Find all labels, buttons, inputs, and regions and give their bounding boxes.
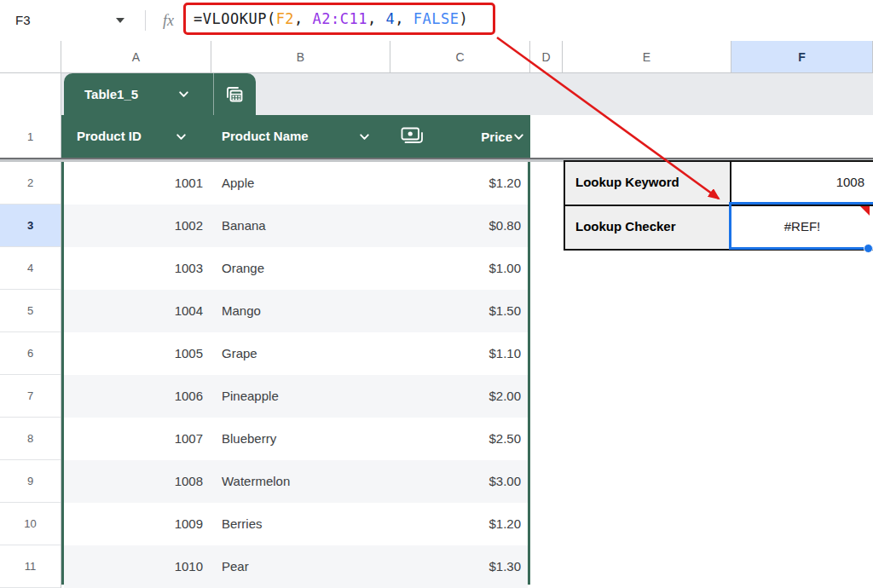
column-product-id-label: Product ID bbox=[77, 115, 142, 158]
cell-id[interactable]: 1001 bbox=[64, 162, 211, 205]
table-row: 1004Mango$1.50 bbox=[64, 290, 528, 332]
cell-price[interactable]: $3.00 bbox=[390, 460, 528, 503]
table-tab[interactable]: Table1_5 bbox=[64, 73, 256, 115]
row-header-5[interactable]: 5 bbox=[0, 290, 61, 332]
row-header-1[interactable]: 1 bbox=[0, 115, 61, 158]
table-row: 1006Pineapple$2.00 bbox=[64, 375, 528, 418]
formula-token: F2 bbox=[276, 10, 294, 27]
column-header-row: ABCDEF bbox=[0, 41, 873, 73]
cell-id[interactable]: 1009 bbox=[64, 503, 211, 545]
cell-name[interactable]: Orange bbox=[211, 247, 390, 290]
cell-name[interactable]: Grape bbox=[211, 332, 390, 375]
cell-name[interactable]: Pineapple bbox=[211, 375, 390, 418]
column-header-F[interactable]: F bbox=[731, 41, 873, 72]
lookup-value[interactable]: 1008 bbox=[731, 162, 873, 205]
fx-icon: fx bbox=[163, 0, 174, 41]
column-header-B[interactable]: B bbox=[211, 41, 390, 72]
tab-strip-left-gutter bbox=[0, 73, 61, 115]
column-header-A[interactable]: A bbox=[61, 41, 211, 72]
column-price-group: Price bbox=[481, 115, 525, 158]
column-header-C[interactable]: C bbox=[390, 41, 530, 72]
row-header-8[interactable]: 8 bbox=[0, 418, 61, 460]
formula-token: , bbox=[395, 10, 413, 27]
formula-input[interactable]: =VLOOKUP(F2, A2:C11, 4, FALSE) bbox=[194, 5, 468, 32]
chevron-down-icon[interactable] bbox=[512, 130, 525, 143]
name-box-dropdown-icon[interactable] bbox=[116, 18, 124, 23]
fill-handle[interactable] bbox=[864, 244, 873, 253]
row-header-3[interactable]: 3 bbox=[0, 205, 61, 247]
lookup-value[interactable]: #REF! bbox=[731, 206, 873, 249]
column-header-D[interactable]: D bbox=[530, 41, 563, 72]
formula-token: FALSE bbox=[413, 10, 460, 27]
cell-name[interactable]: Banana bbox=[211, 205, 390, 247]
cell-id[interactable]: 1002 bbox=[64, 205, 211, 247]
table-row: 1007Blueberry$2.50 bbox=[64, 418, 528, 460]
table-row: 1008Watermelon$3.00 bbox=[64, 460, 528, 503]
cell-id[interactable]: 1006 bbox=[64, 375, 211, 418]
select-all-corner[interactable] bbox=[0, 41, 61, 72]
row-header-2[interactable]: 2 bbox=[0, 162, 61, 205]
formula-token: A2:C11 bbox=[313, 10, 367, 27]
table-header-row: Product ID Product Name Price bbox=[61, 115, 530, 158]
cell-name[interactable]: Blueberry bbox=[211, 418, 390, 460]
cell-name[interactable]: Mango bbox=[211, 290, 390, 332]
name-box[interactable]: F3 bbox=[15, 0, 31, 41]
product-table: 1001Apple$1.201002Banana$0.801003Orange$… bbox=[61, 162, 530, 585]
cell-price[interactable]: $2.50 bbox=[390, 418, 528, 460]
table-tab-label[interactable]: Table1_5 bbox=[84, 73, 138, 115]
formula-token: 4 bbox=[386, 10, 396, 27]
cell-id[interactable]: 1003 bbox=[64, 247, 211, 290]
lookup-row: Lookup Checker#REF! bbox=[565, 206, 873, 251]
error-corner-indicator bbox=[860, 206, 870, 216]
row-header-4[interactable]: 4 bbox=[0, 247, 61, 290]
row-header-7[interactable]: 7 bbox=[0, 375, 61, 418]
cell-id[interactable]: 1010 bbox=[64, 545, 211, 588]
row-header-9[interactable]: 9 bbox=[0, 460, 61, 503]
table-row: 1003Orange$1.00 bbox=[64, 247, 528, 290]
chevron-down-icon[interactable] bbox=[358, 130, 371, 143]
table-copy-icon[interactable] bbox=[223, 83, 246, 107]
lookup-row: Lookup Keyword1008 bbox=[565, 162, 873, 206]
cell-price[interactable]: $1.00 bbox=[390, 247, 528, 290]
table-row: 1002Banana$0.80 bbox=[64, 205, 528, 247]
cell-price[interactable]: $1.20 bbox=[390, 503, 528, 545]
formula-token: ) bbox=[459, 10, 468, 27]
cell-price[interactable]: $1.30 bbox=[390, 545, 528, 588]
formula-token: , bbox=[367, 10, 385, 27]
formula-token: , bbox=[294, 10, 312, 27]
table-row: 1010Pear$1.30 bbox=[64, 545, 528, 588]
spreadsheet-app: F3 fx =VLOOKUP(F2, A2:C11, 4, FALSE) ABC… bbox=[0, 0, 873, 588]
cell-price[interactable]: $1.10 bbox=[390, 332, 528, 375]
money-icon bbox=[401, 127, 424, 146]
chevron-down-icon[interactable] bbox=[177, 88, 190, 101]
lookup-label[interactable]: Lookup Checker bbox=[565, 206, 731, 249]
cell-price[interactable]: $2.00 bbox=[390, 375, 528, 418]
chevron-down-icon[interactable] bbox=[175, 130, 188, 143]
row-header-6[interactable]: 6 bbox=[0, 332, 61, 375]
cell-name[interactable]: Watermelon bbox=[211, 460, 390, 503]
cell-price[interactable]: $0.80 bbox=[390, 205, 528, 247]
row-header-10[interactable]: 10 bbox=[0, 503, 61, 545]
cell-price[interactable]: $1.20 bbox=[390, 162, 528, 205]
cell-name[interactable]: Berries bbox=[211, 503, 390, 545]
table-row: 1009Berries$1.20 bbox=[64, 503, 528, 545]
lookup-label[interactable]: Lookup Keyword bbox=[565, 162, 731, 205]
cell-id[interactable]: 1005 bbox=[64, 332, 211, 375]
cell-name[interactable]: Pear bbox=[211, 545, 390, 588]
formula-bar: F3 fx =VLOOKUP(F2, A2:C11, 4, FALSE) bbox=[0, 0, 873, 42]
cell-name[interactable]: Apple bbox=[211, 162, 390, 205]
table-tab-strip: Table1_5 bbox=[61, 73, 873, 115]
cell-id[interactable]: 1007 bbox=[64, 418, 211, 460]
row-header-column: 234567891011 bbox=[0, 162, 61, 588]
lookup-panel: Lookup Keyword1008Lookup Checker#REF! bbox=[564, 160, 873, 251]
column-header-E[interactable]: E bbox=[563, 41, 731, 72]
table-row: 1005Grape$1.10 bbox=[64, 332, 528, 375]
formula-highlight-box: =VLOOKUP(F2, A2:C11, 4, FALSE) bbox=[183, 3, 495, 35]
column-product-name-label: Product Name bbox=[222, 115, 309, 158]
formula-bar-divider bbox=[145, 10, 146, 31]
table-row: 1001Apple$1.20 bbox=[64, 162, 528, 205]
cell-price[interactable]: $1.50 bbox=[390, 290, 528, 332]
cell-id[interactable]: 1008 bbox=[64, 460, 211, 503]
row-header-11[interactable]: 11 bbox=[0, 545, 61, 588]
cell-id[interactable]: 1004 bbox=[64, 290, 211, 332]
